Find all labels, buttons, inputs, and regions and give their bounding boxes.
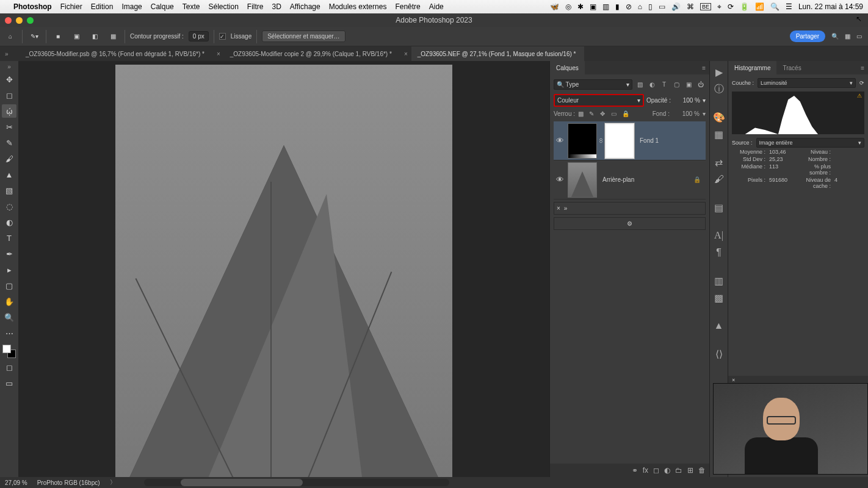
lasso-tool-preset[interactable]: ✎▾ xyxy=(27,30,41,43)
color-profile[interactable]: ProPhoto RGB (16bpc) xyxy=(37,479,100,486)
edit-toolbar-icon[interactable]: ⋯ xyxy=(2,326,16,340)
filter-shape-icon[interactable]: ▢ xyxy=(671,81,681,89)
fill-dropdown-icon[interactable]: ▾ xyxy=(703,110,706,117)
menuextra-icon[interactable]: ▮ xyxy=(615,2,620,11)
document-tab[interactable]: _OZ93605-Modifier.psb @ 16,7% (Fond en d… xyxy=(20,46,213,61)
lock-transparency-icon[interactable]: ▩ xyxy=(578,110,586,117)
refresh-icon[interactable]: ⟳ xyxy=(859,80,864,86)
wifi-icon[interactable]: 📶 xyxy=(755,2,764,11)
opacity-input[interactable]: 100 % xyxy=(673,97,700,104)
menu-plugins[interactable]: Modules externes xyxy=(329,2,387,11)
window-zoom-button[interactable] xyxy=(27,17,34,24)
document-tab[interactable]: _OZ93605-Modifier copie 2 @ 29,9% (Calqu… xyxy=(224,46,400,61)
layer-visibility-toggle[interactable]: 👁 xyxy=(554,175,566,184)
horizontal-scrollbar[interactable] xyxy=(144,479,449,486)
layer-row[interactable]: 👁 𝟾 ↖ Fond 1 xyxy=(554,121,706,160)
color-swatches[interactable] xyxy=(2,345,16,358)
hand-tool[interactable]: ✋ xyxy=(2,295,16,308)
menu-selection[interactable]: Sélection xyxy=(208,2,238,11)
collapsed-panel-expand-icon[interactable]: » xyxy=(564,205,568,212)
layer-filter-type-select[interactable]: 🔍 Type▾ xyxy=(554,79,632,90)
menuextra-icon[interactable]: ⌂ xyxy=(638,2,642,11)
layers-tab[interactable]: Calques xyxy=(550,61,585,74)
zoom-value[interactable]: 27,09 % xyxy=(5,479,27,486)
libraries-icon[interactable]: ▤ xyxy=(713,201,725,214)
lasso-tool[interactable]: ῴ xyxy=(2,104,16,118)
menu-file[interactable]: Fichier xyxy=(60,2,82,11)
layer-name[interactable]: Fond 1 xyxy=(636,137,706,144)
menuextra-icon[interactable]: ▯ xyxy=(648,2,653,11)
status-disclosure-icon[interactable]: 〉 xyxy=(110,478,116,487)
add-mask-icon[interactable]: ◻ xyxy=(653,466,659,475)
menu-edit[interactable]: Edition xyxy=(91,2,114,11)
brush-panel-icon[interactable]: 🖌 xyxy=(713,173,725,185)
menuextra-icon[interactable]: ◎ xyxy=(565,2,571,11)
antialias-checkbox[interactable] xyxy=(219,33,226,40)
tools-overflow-icon[interactable]: » xyxy=(7,63,11,70)
menu-text[interactable]: Texte xyxy=(183,2,200,11)
menu-window[interactable]: Fenêtre xyxy=(395,2,420,11)
search-icon[interactable]: 🔍 xyxy=(770,2,779,11)
foreground-color-swatch[interactable] xyxy=(2,345,11,353)
clone-stamp-tool[interactable]: ▲ xyxy=(2,168,16,181)
panel-menu-icon[interactable]: ≡ xyxy=(702,65,709,71)
menu-help[interactable]: Aide xyxy=(429,2,444,11)
tab-close-icon[interactable]: × xyxy=(400,51,411,57)
share-button[interactable]: Partager xyxy=(790,30,825,42)
canvas-area[interactable] xyxy=(18,61,549,477)
character-icon[interactable]: A| xyxy=(713,229,725,242)
new-adjustment-icon[interactable]: ◐ xyxy=(664,466,670,475)
filter-pixel-icon[interactable]: ▧ xyxy=(635,81,645,89)
select-and-mask-button[interactable]: Sélectionner et masquer… xyxy=(262,30,345,42)
link-icon[interactable]: 𝟾 xyxy=(599,137,603,145)
adjustments-panel-icon[interactable]: ⚙ xyxy=(627,220,632,227)
frame-icon[interactable]: ▭ xyxy=(856,33,862,40)
source-select[interactable]: Image entière▾ xyxy=(756,138,864,148)
layer-name[interactable]: Arrière-plan xyxy=(599,176,693,183)
layer-row[interactable]: 👁 Arrière-plan 🔒 xyxy=(554,160,706,199)
menu-filter[interactable]: Filtre xyxy=(247,2,264,11)
layer-fx-icon[interactable]: fx xyxy=(643,466,648,475)
layer-mask-thumbnail[interactable]: ↖ xyxy=(605,123,634,159)
clock[interactable]: Lun. 22 mai à 14:59 xyxy=(798,2,863,11)
collapsed-panel-close-icon[interactable]: × xyxy=(557,205,560,212)
pen-tool[interactable]: ✒ xyxy=(2,247,16,260)
tabs-overflow-icon[interactable]: » xyxy=(5,51,9,57)
filter-toggle-icon[interactable]: ⏻ xyxy=(696,81,706,89)
blend-mode-select[interactable]: Couleur▾ xyxy=(554,94,644,107)
menu-image[interactable]: Image xyxy=(121,2,142,11)
delete-layer-icon[interactable]: 🗑 xyxy=(698,466,706,475)
window-minimize-button[interactable] xyxy=(16,17,23,24)
menuextra-icon[interactable]: ✱ xyxy=(577,2,584,11)
swatches-icon[interactable]: ▦ xyxy=(713,128,725,140)
menuextra-icon[interactable]: 🦋 xyxy=(550,2,559,11)
styles-icon[interactable]: ▩ xyxy=(713,292,725,304)
selection-new-icon[interactable]: ■ xyxy=(51,30,65,43)
new-layer-icon[interactable]: ⊞ xyxy=(687,466,693,475)
type-tool[interactable]: T xyxy=(2,231,16,245)
lock-all-icon[interactable]: 🔒 xyxy=(622,110,630,117)
gradient-tool[interactable]: ▧ xyxy=(2,184,16,197)
zoom-tool[interactable]: 🔍 xyxy=(2,310,16,324)
fill-input[interactable]: 100 % xyxy=(673,110,700,117)
menuextra-icon[interactable]: ▥ xyxy=(602,2,609,11)
brush-tool[interactable]: 🖌 xyxy=(2,152,16,165)
filter-smart-icon[interactable]: ▣ xyxy=(684,81,693,89)
paragraph-icon[interactable]: ¶ xyxy=(713,246,725,259)
document-tab[interactable]: _OZ93605.NEF @ 27,1% (Fond 1, Masque de … xyxy=(411,46,585,61)
marquee-tool[interactable]: ◻ xyxy=(2,88,16,102)
layer-visibility-toggle[interactable]: 👁 xyxy=(554,136,566,145)
control-center-icon[interactable]: ☰ xyxy=(786,2,792,11)
glyphs-icon[interactable]: ⟨⟩ xyxy=(713,348,725,360)
menuextra-icon[interactable]: ⌘ xyxy=(687,2,694,11)
crop-tool[interactable]: ✂ xyxy=(2,120,16,134)
layer-locked-icon[interactable]: 🔒 xyxy=(693,176,706,183)
panel-menu-icon[interactable]: ≡ xyxy=(861,65,868,71)
histogram-tab[interactable]: Histogramme xyxy=(728,61,776,74)
paths-tab[interactable]: Tracés xyxy=(776,61,807,74)
lock-position-icon[interactable]: ✥ xyxy=(600,110,608,117)
eyedropper-tool[interactable]: ✎ xyxy=(2,136,16,149)
app-name-menu[interactable]: Photoshop xyxy=(13,2,52,11)
adjust-icon[interactable]: ⇄ xyxy=(713,156,725,168)
lock-artboard-icon[interactable]: ▭ xyxy=(611,110,619,117)
